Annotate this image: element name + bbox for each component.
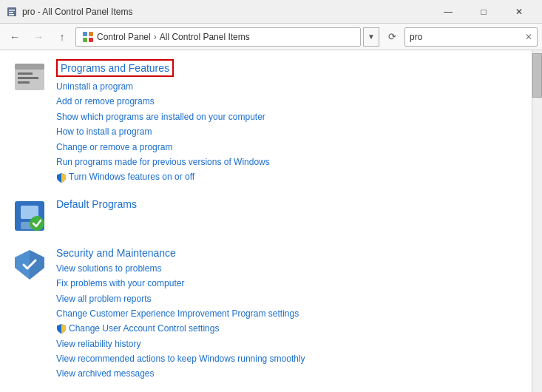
section-default-programs: Default Programs <box>12 198 520 234</box>
svg-rect-11 <box>18 77 38 79</box>
uac-settings-link[interactable]: Change User Account Control settings <box>56 321 520 336</box>
previous-versions-link[interactable]: Run programs made for previous versions … <box>56 155 520 169</box>
main-content: Programs and Features Uninstall a progra… <box>0 50 542 392</box>
view-solutions-link[interactable]: View solutions to problems <box>56 261 520 276</box>
programs-features-content: Programs and Features Uninstall a progra… <box>56 59 520 185</box>
programs-features-icon <box>12 59 47 95</box>
svg-rect-12 <box>18 81 30 84</box>
default-programs-icon <box>12 198 47 234</box>
fix-problems-link[interactable]: Fix problems with your computer <box>56 276 520 291</box>
window-controls: — □ ✕ <box>431 0 536 24</box>
up-button[interactable]: ↑ <box>52 27 72 47</box>
control-panel-icon <box>82 31 94 43</box>
show-installed-link[interactable]: Show which programs are installed on you… <box>56 109 520 124</box>
change-remove-link[interactable]: Change or remove a program <box>56 140 520 155</box>
address-path[interactable]: Control Panel › All Control Panel Items <box>75 27 361 47</box>
uac-shield-icon <box>56 323 67 334</box>
view-reports-link[interactable]: View all problem reports <box>56 291 520 306</box>
path-sep-1: › <box>154 32 157 42</box>
address-dropdown-button[interactable]: ▼ <box>363 27 379 47</box>
svg-point-16 <box>30 216 44 231</box>
title-bar: pro - All Control Panel Items — □ ✕ <box>0 0 542 24</box>
section-programs-features: Programs and Features Uninstall a progra… <box>12 59 520 185</box>
refresh-button[interactable]: ⟳ <box>382 27 402 47</box>
svg-rect-7 <box>89 38 93 42</box>
svg-rect-1 <box>9 10 15 11</box>
search-box[interactable]: ✕ <box>404 27 538 47</box>
security-maintenance-icon <box>12 247 47 283</box>
svg-rect-2 <box>9 12 13 13</box>
section-security-maintenance: Security and Maintenance View solutions … <box>12 247 520 382</box>
programs-features-title[interactable]: Programs and Features <box>56 59 174 77</box>
scrollbar[interactable] <box>532 50 542 392</box>
recommended-actions-link[interactable]: View recommended actions to keep Windows… <box>56 351 520 366</box>
shield-icon <box>56 172 67 183</box>
archived-messages-link[interactable]: View archived messages <box>56 366 520 381</box>
address-bar: ← → ↑ Control Panel › All Control Panel … <box>0 24 542 50</box>
svg-rect-3 <box>9 14 14 16</box>
back-button[interactable]: ← <box>4 27 25 47</box>
security-maintenance-content: Security and Maintenance View solutions … <box>56 247 520 382</box>
content-area: Programs and Features Uninstall a progra… <box>0 50 532 392</box>
svg-rect-5 <box>89 32 93 36</box>
scrollbar-thumb[interactable] <box>532 53 542 98</box>
customer-experience-link[interactable]: Change Customer Experience Improvement P… <box>56 306 520 321</box>
windows-features-link[interactable]: Turn Windows features on or off <box>56 169 520 184</box>
how-install-link[interactable]: How to install a program <box>56 124 520 139</box>
security-maintenance-title[interactable]: Security and Maintenance <box>56 247 176 259</box>
search-clear-button[interactable]: ✕ <box>525 32 532 42</box>
path-control-panel[interactable]: Control Panel <box>97 32 151 42</box>
forward-button[interactable]: → <box>28 27 49 47</box>
close-button[interactable]: ✕ <box>502 0 536 24</box>
svg-rect-10 <box>18 72 33 75</box>
default-programs-title[interactable]: Default Programs <box>56 198 137 210</box>
app-icon <box>6 6 18 18</box>
uninstall-link[interactable]: Uninstall a program <box>56 79 520 94</box>
maximize-button[interactable]: □ <box>467 0 501 24</box>
window-title: pro - All Control Panel Items <box>22 7 431 17</box>
reliability-link[interactable]: View reliability history <box>56 337 520 351</box>
add-remove-link[interactable]: Add or remove programs <box>56 94 520 109</box>
minimize-button[interactable]: — <box>431 0 465 24</box>
svg-rect-6 <box>83 38 87 42</box>
svg-rect-9 <box>15 64 44 70</box>
search-input[interactable] <box>410 32 525 42</box>
path-current[interactable]: All Control Panel Items <box>160 32 250 42</box>
svg-rect-4 <box>83 32 87 36</box>
default-programs-content: Default Programs <box>56 198 520 212</box>
